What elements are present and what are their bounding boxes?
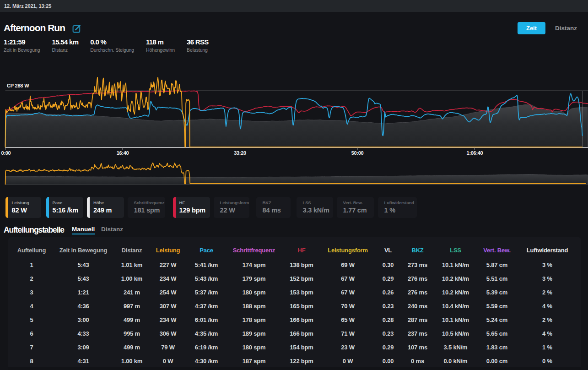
svg-text:0:00: 0:00 <box>1 150 11 156</box>
svg-text:1:06:40: 1:06:40 <box>467 150 483 156</box>
svg-text:50:00: 50:00 <box>351 150 364 156</box>
svg-text:CP 288 W: CP 288 W <box>7 83 29 88</box>
svg-text:33:20: 33:20 <box>234 150 246 156</box>
svg-text:16:40: 16:40 <box>117 150 129 156</box>
